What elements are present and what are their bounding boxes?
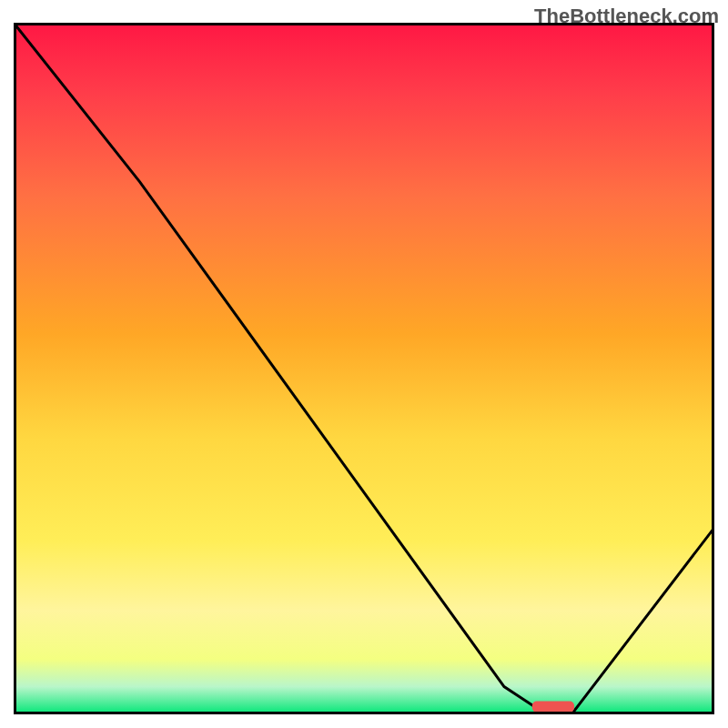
chart-svg <box>14 23 714 714</box>
gradient-background <box>14 23 714 714</box>
chart-area <box>14 23 714 714</box>
optimal-marker <box>532 702 574 713</box>
chart-container: TheBottleneck.com <box>0 0 728 728</box>
watermark-text: TheBottleneck.com <box>534 5 719 28</box>
